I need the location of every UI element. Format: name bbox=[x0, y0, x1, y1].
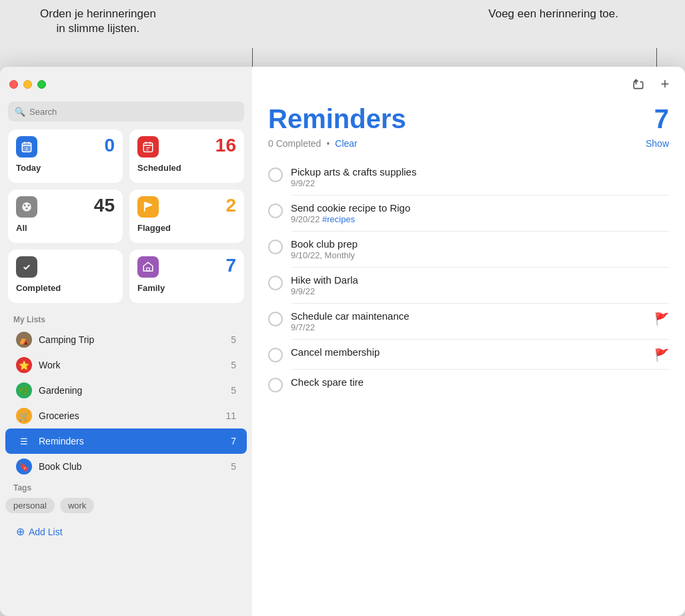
work-count: 5 bbox=[231, 360, 236, 370]
reminder-date: 9/7/22 bbox=[291, 322, 646, 332]
svg-rect-6 bbox=[143, 143, 153, 152]
family-count: 7 bbox=[225, 256, 236, 275]
groceries-icon: 🛒 bbox=[16, 408, 32, 424]
minimize-button[interactable] bbox=[23, 80, 32, 89]
reminder-title: Pickup arts & crafts supplies bbox=[291, 166, 669, 178]
tooltip-add-reminder: Voeg een herinnering toe. bbox=[488, 7, 618, 21]
reminder-date: 9/9/22 bbox=[291, 286, 669, 296]
flag-icon: 🚩 bbox=[654, 348, 669, 362]
reminder-checkbox[interactable] bbox=[268, 312, 283, 326]
reminder-text: Check spare tire bbox=[291, 376, 669, 388]
list-total-count: 7 bbox=[654, 104, 669, 134]
smart-card-all[interactable]: 45 All bbox=[8, 190, 123, 243]
reminder-item: Send cookie recipe to Rigo 9/20/22 #reci… bbox=[268, 196, 669, 231]
sidebar-item-reminders[interactable]: ☰ Reminders 7 bbox=[5, 428, 247, 454]
reminder-item: Check spare tire bbox=[268, 370, 669, 399]
reminder-title: Check spare tire bbox=[291, 376, 669, 388]
bookclub-icon: 🔖 bbox=[16, 458, 32, 475]
reminder-checkbox[interactable] bbox=[268, 240, 283, 254]
reminder-item: Pickup arts & crafts supplies 9/9/22 bbox=[268, 160, 669, 195]
smart-card-scheduled[interactable]: 16 Scheduled bbox=[129, 129, 244, 183]
hashtag-link[interactable]: #recipes bbox=[322, 214, 355, 224]
smart-card-flagged[interactable]: 2 Flagged bbox=[129, 190, 244, 243]
completed-count-label: 0 Completed bbox=[268, 138, 321, 149]
main-body: Reminders 7 0 Completed • Clear Show Pic… bbox=[252, 101, 685, 616]
work-icon: ⭐ bbox=[16, 357, 32, 373]
maximize-button[interactable] bbox=[37, 80, 46, 89]
tag-personal[interactable]: personal bbox=[5, 498, 55, 513]
today-icon: 1 bbox=[16, 136, 37, 158]
all-count: 45 bbox=[94, 196, 115, 215]
titlebar bbox=[0, 67, 252, 101]
search-icon: 🔍 bbox=[15, 107, 25, 117]
all-label: All bbox=[16, 223, 115, 233]
share-button[interactable] bbox=[629, 75, 648, 93]
sidebar-scroll-area: My Lists ⛺ Camping Trip 5 ⭐ Work 5 🌿 Gar… bbox=[0, 311, 252, 616]
add-reminder-button[interactable]: + bbox=[656, 75, 674, 93]
app-window: 🔍 1 0 Today 16 bbox=[0, 67, 685, 616]
reminder-checkbox[interactable] bbox=[268, 348, 283, 362]
work-name: Work bbox=[39, 360, 224, 370]
sidebar-item-gardening[interactable]: 🌿 Gardening 5 bbox=[5, 378, 247, 403]
tags-row: personal work bbox=[0, 495, 252, 516]
reminders-icon: ☰ bbox=[16, 433, 32, 449]
add-list-label: Add List bbox=[29, 527, 63, 537]
reminder-title: Cancel membership bbox=[291, 346, 646, 358]
smart-lists-grid: 1 0 Today 16 Scheduled bbox=[0, 129, 252, 311]
today-label: Today bbox=[16, 163, 115, 173]
all-icon bbox=[16, 196, 37, 218]
sidebar-item-camping[interactable]: ⛺ Camping Trip 5 bbox=[5, 327, 247, 352]
flagged-label: Flagged bbox=[137, 223, 236, 233]
reminder-text: Send cookie recipe to Rigo 9/20/22 #reci… bbox=[291, 202, 669, 224]
reminder-item: Cancel membership 🚩 bbox=[268, 340, 669, 369]
toolbar: + bbox=[252, 67, 685, 101]
list-title: Reminders bbox=[268, 104, 406, 134]
search-input[interactable] bbox=[29, 107, 237, 117]
close-button[interactable] bbox=[9, 80, 18, 89]
reminder-text: Book club prep 9/10/22, Monthly bbox=[291, 238, 669, 260]
family-label: Family bbox=[137, 283, 236, 293]
sidebar: 🔍 1 0 Today 16 bbox=[0, 67, 252, 616]
smart-card-today[interactable]: 1 0 Today bbox=[8, 129, 123, 183]
flagged-icon bbox=[137, 196, 159, 218]
groceries-name: Groceries bbox=[39, 410, 219, 421]
camping-icon: ⛺ bbox=[16, 332, 32, 348]
tooltip-smart-lists: Orden je herinneringenin slimme lijsten. bbox=[40, 7, 156, 36]
add-list-button[interactable]: ⊕ Add List bbox=[5, 519, 247, 545]
sidebar-item-work[interactable]: ⭐ Work 5 bbox=[5, 352, 247, 378]
tags-header: Tags bbox=[0, 479, 252, 495]
reminder-date: 9/20/22 #recipes bbox=[291, 214, 669, 224]
reminder-checkbox[interactable] bbox=[268, 378, 283, 392]
reminder-checkbox[interactable] bbox=[268, 276, 283, 290]
reminder-title: Hike with Darla bbox=[291, 274, 669, 286]
add-list-icon: ⊕ bbox=[16, 525, 25, 538]
sidebar-item-groceries[interactable]: 🛒 Groceries 11 bbox=[5, 403, 247, 428]
bookclub-count: 5 bbox=[231, 461, 236, 472]
completed-label: Completed bbox=[16, 283, 115, 293]
reminder-checkbox[interactable] bbox=[268, 204, 283, 218]
today-count: 0 bbox=[104, 136, 115, 155]
reminder-text: Cancel membership bbox=[291, 346, 646, 358]
reminder-date: 9/10/22, Monthly bbox=[291, 250, 669, 260]
reminder-title: Book club prep bbox=[291, 238, 669, 250]
reminder-title: Schedule car maintenance bbox=[291, 310, 646, 322]
camping-count: 5 bbox=[231, 334, 236, 345]
sidebar-item-bookclub[interactable]: 🔖 Book Club 5 bbox=[5, 454, 247, 479]
scheduled-icon bbox=[137, 136, 159, 158]
smart-card-family[interactable]: 7 Family bbox=[129, 250, 244, 303]
clear-button[interactable]: Clear bbox=[335, 138, 357, 149]
svg-point-13 bbox=[24, 204, 26, 206]
tag-work[interactable]: work bbox=[60, 498, 94, 513]
reminders-name: Reminders bbox=[39, 436, 224, 446]
my-lists-header: My Lists bbox=[0, 311, 252, 327]
camping-name: Camping Trip bbox=[39, 334, 224, 345]
smart-card-completed[interactable]: Completed bbox=[8, 250, 123, 303]
flagged-count: 2 bbox=[225, 196, 236, 215]
bookclub-name: Book Club bbox=[39, 461, 224, 472]
gardening-name: Gardening bbox=[39, 385, 224, 396]
reminder-checkbox[interactable] bbox=[268, 168, 283, 182]
svg-point-16 bbox=[22, 262, 32, 272]
reminder-text: Pickup arts & crafts supplies 9/9/22 bbox=[291, 166, 669, 188]
show-button[interactable]: Show bbox=[646, 138, 669, 149]
reminders-list: Pickup arts & crafts supplies 9/9/22 Sen… bbox=[268, 160, 669, 399]
